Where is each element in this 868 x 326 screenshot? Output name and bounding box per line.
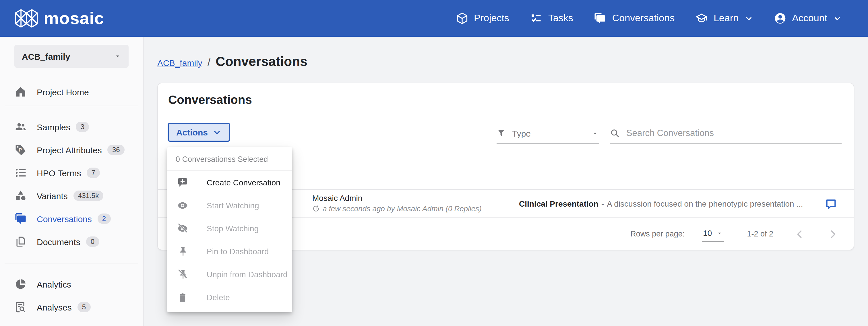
count-badge: 3 bbox=[76, 122, 89, 132]
chevron-down-icon bbox=[212, 128, 222, 137]
count-badge: 431.5k bbox=[73, 191, 103, 201]
menu-item-label: Pin to Dashboard bbox=[207, 247, 269, 256]
type-filter-select[interactable]: Type bbox=[497, 125, 599, 144]
chevron-down-icon bbox=[833, 14, 842, 23]
search-icon bbox=[610, 128, 620, 138]
shapes-icon bbox=[14, 189, 27, 202]
pin-off-icon bbox=[177, 269, 188, 280]
nav-item-projects[interactable]: Projects bbox=[456, 12, 509, 25]
nav-item-account[interactable]: Account bbox=[774, 12, 842, 25]
caret-down-icon bbox=[716, 230, 723, 236]
menu-item-stop-watching[interactable]: Stop Watching bbox=[167, 217, 292, 240]
menu-item-unpin-from-dashboard[interactable]: Unpin from Dashboard bbox=[167, 263, 292, 286]
search-input[interactable] bbox=[626, 128, 842, 138]
mosaic-logo[interactable]: mosaic bbox=[14, 9, 104, 28]
project-selector-dropdown[interactable]: ACB_family bbox=[14, 45, 129, 68]
update-clock-icon bbox=[312, 205, 320, 213]
checklist-icon bbox=[530, 12, 542, 25]
row-author-name: Mosaic Admin bbox=[312, 193, 482, 203]
pagination-range: 1-2 of 2 bbox=[747, 230, 773, 238]
top-navbar: mosaic Projects bbox=[0, 0, 868, 37]
people-icon bbox=[14, 121, 27, 133]
eye-icon bbox=[177, 200, 188, 211]
top-navigation: Projects Tasks bbox=[435, 12, 842, 25]
sidebar-item-label: Project Home bbox=[37, 87, 89, 97]
sidebar-item-label: HPO Terms bbox=[37, 168, 81, 177]
sidebar-item-documents[interactable]: Documents 0 bbox=[0, 230, 143, 253]
breadcrumb: ACB_family / Conversations bbox=[157, 54, 854, 70]
chevron-down-icon bbox=[744, 14, 753, 23]
actions-button[interactable]: Actions bbox=[167, 123, 230, 142]
pin-icon bbox=[177, 246, 188, 257]
nav-item-tasks[interactable]: Tasks bbox=[530, 12, 573, 25]
sidebar-item-analytics[interactable]: Analytics bbox=[0, 273, 143, 296]
pie-chart-icon bbox=[14, 278, 27, 290]
nav-label: Account bbox=[792, 12, 827, 24]
sidebar-item-conversations[interactable]: Conversations 2 bbox=[0, 207, 143, 230]
list-icon bbox=[14, 166, 27, 179]
rows-per-page-label: Rows per page: bbox=[630, 230, 685, 238]
rows-per-page-value: 10 bbox=[703, 228, 712, 238]
row-meta-text: a few seconds ago by Mosaic Admin (0 Rep… bbox=[322, 204, 482, 213]
next-page-button[interactable] bbox=[826, 227, 840, 241]
row-summary: Clinical Presentation - A discussion foc… bbox=[519, 190, 819, 217]
trash-icon bbox=[177, 292, 188, 303]
sidebar-item-label: Conversations bbox=[37, 214, 92, 224]
actions-button-label: Actions bbox=[176, 127, 208, 137]
sidebar-item-project-attributes[interactable]: P Project Attributes 36 bbox=[0, 138, 143, 161]
count-badge: 5 bbox=[78, 302, 90, 312]
menu-item-pin-to-dashboard[interactable]: Pin to Dashboard bbox=[167, 240, 292, 263]
nav-item-conversations[interactable]: Conversations bbox=[594, 12, 675, 25]
menu-item-label: Create Conversation bbox=[207, 178, 280, 187]
caret-down-icon bbox=[592, 130, 598, 136]
graduation-cap-icon bbox=[695, 12, 708, 25]
row-author-cell: Mosaic Admin a few seconds ago by Mosaic… bbox=[312, 193, 482, 213]
nav-label: Tasks bbox=[548, 12, 573, 24]
add-comment-icon bbox=[177, 177, 188, 188]
sidebar-item-project-home[interactable]: Project Home bbox=[0, 80, 143, 103]
previous-page-button[interactable] bbox=[793, 227, 807, 241]
documents-icon bbox=[14, 235, 27, 248]
menu-item-label: Unpin from Dashboard bbox=[207, 270, 288, 279]
nav-label: Learn bbox=[714, 12, 739, 24]
sidebar-item-label: Analyses bbox=[37, 302, 72, 312]
sidebar-item-variants[interactable]: Variants 431.5k bbox=[0, 184, 143, 207]
sidebar-item-label: Documents bbox=[37, 237, 81, 247]
nav-item-learn[interactable]: Learn bbox=[695, 12, 753, 25]
selection-count-text: 0 Conversationss Selected bbox=[167, 147, 292, 170]
row-title: Clinical Presentation bbox=[519, 199, 598, 208]
count-badge: 2 bbox=[98, 214, 111, 224]
page-title: Conversations bbox=[216, 54, 307, 69]
mosaic-logo-icon bbox=[14, 9, 38, 28]
app-window: mosaic Projects bbox=[0, 0, 868, 326]
row-title-separator: - bbox=[601, 199, 604, 208]
filter-toolbar: Type bbox=[497, 125, 842, 144]
count-badge: 7 bbox=[87, 168, 100, 178]
sidebar-item-analyses[interactable]: Analyses 5 bbox=[0, 296, 143, 319]
sidebar-item-label: Variants bbox=[37, 191, 68, 201]
breadcrumb-separator: / bbox=[208, 56, 211, 69]
sidebar-item-samples[interactable]: Samples 3 bbox=[0, 116, 143, 138]
actions-dropdown-menu: 0 Conversationss Selected Create Convers… bbox=[167, 147, 292, 312]
menu-item-create-conversation[interactable]: Create Conversation bbox=[167, 171, 292, 194]
menu-item-start-watching[interactable]: Start Watching bbox=[167, 194, 292, 217]
row-meta: a few seconds ago by Mosaic Admin (0 Rep… bbox=[312, 204, 482, 213]
project-selector-value: ACB_family bbox=[22, 52, 70, 61]
sidebar-item-hpo-terms[interactable]: HPO Terms 7 bbox=[0, 161, 143, 184]
rows-per-page-select[interactable]: 10 bbox=[702, 226, 724, 241]
card-title: Conversations bbox=[168, 93, 252, 107]
cube-icon bbox=[456, 12, 468, 25]
breadcrumb-project-link[interactable]: ACB_family bbox=[157, 58, 203, 68]
home-icon bbox=[14, 86, 27, 98]
logo-wordmark: mosaic bbox=[43, 9, 104, 28]
chat-bubbles-icon bbox=[14, 213, 27, 225]
project-sidebar: ACB_family Project Home Samples bbox=[0, 37, 144, 326]
person-circle-icon bbox=[774, 12, 786, 25]
comment-bubble-icon[interactable] bbox=[825, 198, 837, 210]
menu-item-delete[interactable]: Delete bbox=[167, 286, 292, 309]
caret-down-icon bbox=[114, 53, 121, 60]
tag-icon: P bbox=[14, 143, 27, 156]
sidebar-item-label: Samples bbox=[37, 122, 70, 132]
menu-item-label: Stop Watching bbox=[207, 224, 259, 233]
count-badge: 36 bbox=[107, 144, 125, 155]
